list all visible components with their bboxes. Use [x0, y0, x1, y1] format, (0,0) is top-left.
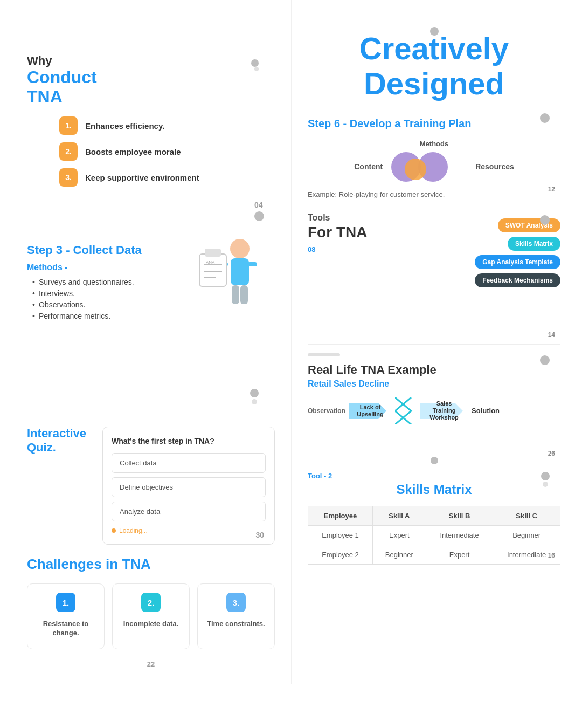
tool2-label: Tool - 2	[308, 472, 560, 480]
venn-diagram	[391, 150, 467, 183]
step3-section: Step 3 - Collect Data Methods - Surveys …	[27, 232, 275, 383]
corner-dot-r1	[540, 113, 550, 123]
reason-text-3: Keep supportive environment	[85, 173, 199, 182]
svg-rect-3	[247, 262, 257, 266]
method-item-4: Performance metrics.	[32, 312, 142, 320]
venn-top-label: Methods	[420, 140, 448, 148]
svg-rect-7	[205, 249, 221, 257]
cell-emp2-skill-b: Expert	[426, 545, 493, 564]
tools-label: Tools	[308, 213, 367, 223]
cell-emp1: Employee 1	[308, 525, 373, 545]
col-header-skill-a: Skill A	[373, 506, 426, 525]
svg-rect-6	[199, 254, 226, 286]
reallife-section: Real Life TNA Example Retail Sales Decli…	[308, 344, 560, 463]
page-num-bottom: 22	[27, 660, 275, 668]
flow-arrow-2: Sales Training Workshop	[420, 397, 468, 424]
reason-num-1: 1.	[59, 116, 78, 135]
flow-solution-label: Solution	[472, 407, 500, 415]
reallife-heading: Real Life TNA Example	[308, 363, 560, 377]
challenge-card-1: 1. Resistance to change.	[27, 583, 105, 649]
designed-title: Designed	[308, 65, 560, 101]
reason-text-2: Boosts employee morale	[85, 147, 181, 156]
tool-tag-2: Skills Matrix	[508, 237, 560, 251]
reason-item-3: 3. Keep supportive environment	[59, 168, 275, 187]
methods-list: Surveys and questionnaires. Interviews. …	[27, 278, 142, 320]
step3-heading: Step 3 - Collect Data	[27, 243, 142, 257]
method-item-2: Interviews.	[32, 289, 142, 298]
creatively-title: Creatively	[308, 32, 560, 65]
conduct-label: Conduct	[27, 68, 275, 87]
challenge-card-3: 3. Time constraints.	[197, 583, 275, 649]
page-num-14: 14	[548, 331, 555, 339]
top-center-dot	[430, 27, 439, 36]
reason-item-2: 2. Boosts employee morale	[59, 142, 275, 161]
reason-num-3: 3.	[59, 168, 78, 187]
page-num-26: 26	[548, 450, 555, 457]
challenges-section: Challenges in TNA 1. Resistance to chang…	[27, 545, 275, 668]
challenge-badge-3: 3.	[226, 593, 246, 612]
svg-rect-5	[240, 285, 248, 304]
challenges-title: Challenges in TNA	[27, 556, 275, 573]
quiz-card: What's the first step in TNA? Collect da…	[102, 427, 275, 545]
method-item-3: Observations.	[32, 300, 142, 309]
corner-dot-r3	[540, 355, 550, 365]
challenge-badge-1: 1.	[56, 593, 75, 612]
tools-section: Tools For TNA 08 SWOT Analysis Skills Ma…	[308, 204, 560, 344]
badge-08: 08	[308, 245, 367, 253]
corner-dot-r4	[541, 472, 550, 487]
corner-dot-r2	[540, 215, 550, 225]
flow-arrow-1: Lack of Upselling	[349, 397, 392, 424]
svg-rect-4	[232, 285, 239, 304]
quiz-option-1[interactable]: Collect data	[112, 453, 266, 473]
slide-badge-30: 30	[255, 531, 264, 539]
col-header-skill-b: Skill B	[426, 506, 493, 525]
cell-emp1-skill-b: Intermediate	[426, 525, 493, 545]
svg-point-0	[230, 239, 250, 258]
flow-solution-item: Sales Training Workshop	[429, 400, 459, 422]
slide-badge-04: 04	[254, 201, 264, 221]
cell-emp2: Employee 2	[308, 545, 373, 564]
skills-table: Employee Skill A Skill B Skill C Employe…	[308, 506, 560, 565]
collect-illustration: ANA	[189, 232, 275, 313]
tool-tags: SWOT Analysis Skills Matrix Gap Analysis…	[378, 218, 560, 287]
tna-label: TNA	[27, 87, 275, 107]
cell-emp1-skill-a: Expert	[373, 525, 426, 545]
flow-diagram: Observation Lack of Upselling	[308, 397, 560, 424]
example-text: Example: Role-playing for customer servi…	[308, 190, 560, 198]
reason-num-2: 2.	[59, 142, 78, 161]
page-num-12: 12	[548, 186, 555, 193]
tool-tag-4: Feedback Mechanisms	[475, 273, 560, 287]
tool-tag-1: SWOT Analysis	[498, 218, 560, 232]
venn-right-label: Resources	[475, 162, 514, 171]
table-row-2: Employee 2 Beginner Expert Intermediate	[308, 545, 560, 564]
table-row-1: Employee 1 Expert Intermediate Beginner	[308, 525, 560, 545]
quiz-dot	[250, 389, 259, 404]
method-item-1: Surveys and questionnaires.	[32, 278, 142, 286]
reason-list: 1. Enhances efficiency. 2. Boosts employ…	[59, 116, 275, 187]
quiz-section: Interactive Quiz. What's the first step …	[27, 383, 275, 545]
skills-top-dot	[431, 457, 438, 464]
col-header-skill-c: Skill C	[493, 506, 560, 525]
step6-section: Step 6 - Develop a Training Plan Methods…	[308, 118, 560, 198]
reason-item-1: 1. Enhances efficiency.	[59, 116, 275, 135]
challenge-badge-2: 2.	[141, 593, 161, 612]
challenge-card-2: 2. Incomplete data.	[112, 583, 190, 649]
flow-intersection	[395, 397, 417, 424]
flow-observation: Observation	[308, 407, 345, 415]
tools-heading: For TNA	[308, 224, 367, 241]
svg-rect-1	[231, 258, 249, 285]
creatively-section: Creatively Designed Step 6 - Develop a T…	[308, 32, 560, 198]
why-section: Why Conduct TNA 1. Enhances efficiency. …	[27, 54, 275, 187]
quiz-option-3[interactable]: Analyze data	[112, 502, 266, 521]
venn-left-label: Content	[354, 162, 383, 171]
decorative-dot-2	[254, 67, 259, 71]
reason-text-1: Enhances efficiency.	[85, 121, 164, 131]
flow-problem: Lack of Upselling	[357, 404, 384, 418]
quiz-loading: Loading...	[112, 527, 266, 534]
page-num-16: 16	[548, 552, 555, 559]
quiz-option-2[interactable]: Define objectives	[112, 477, 266, 497]
skills-heading: Skills Matrix	[308, 482, 560, 497]
cell-emp1-skill-c: Beginner	[493, 525, 560, 545]
loading-dot	[112, 528, 116, 533]
challenge-text-1: Resistance to change.	[34, 620, 98, 638]
